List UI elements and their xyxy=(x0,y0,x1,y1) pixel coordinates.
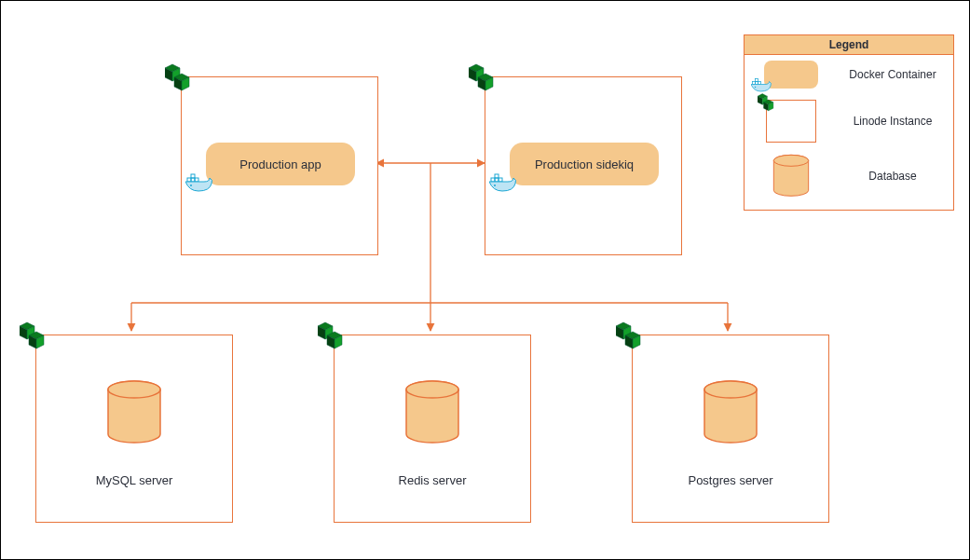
docker-production-sidekiq: Production sidekiq xyxy=(510,143,659,185)
linode-postgres: Postgres server xyxy=(632,335,829,523)
legend-row-docker: Docker Container xyxy=(745,55,953,94)
linode-production-app: Production app xyxy=(181,76,378,255)
linode-swatch xyxy=(766,100,816,143)
linode-icon xyxy=(318,319,349,354)
legend-label: Database xyxy=(841,170,944,183)
docker-label: Production app xyxy=(239,157,321,171)
linode-icon xyxy=(20,319,51,354)
legend-panel: Legend Docker Container Linode Instance … xyxy=(744,34,954,211)
docker-swatch xyxy=(764,61,818,89)
legend-row-linode: Linode Instance xyxy=(745,94,953,148)
linode-production-sidekiq: Production sidekiq xyxy=(485,76,682,255)
linode-redis: Redis server xyxy=(334,335,531,523)
db-label: Redis server xyxy=(335,473,530,487)
legend-title: Legend xyxy=(745,35,953,55)
db-label: Postgres server xyxy=(633,473,828,487)
linode-icon xyxy=(616,319,648,354)
docker-production-app: Production app xyxy=(206,143,355,185)
database-icon xyxy=(772,154,810,198)
docker-label: Production sidekiq xyxy=(535,157,634,171)
docker-icon xyxy=(489,172,517,195)
linode-icon xyxy=(469,61,500,96)
docker-icon xyxy=(185,172,213,195)
linode-icon xyxy=(758,91,778,116)
legend-label: Linode Instance xyxy=(841,115,944,128)
linode-icon xyxy=(165,61,197,96)
database-icon xyxy=(703,380,758,445)
legend-row-database: Database xyxy=(745,148,953,210)
linode-mysql: MySQL server xyxy=(35,335,233,523)
database-icon xyxy=(106,380,162,445)
database-icon xyxy=(404,380,460,445)
legend-label: Docker Container xyxy=(841,68,944,81)
db-label: MySQL server xyxy=(36,473,232,487)
